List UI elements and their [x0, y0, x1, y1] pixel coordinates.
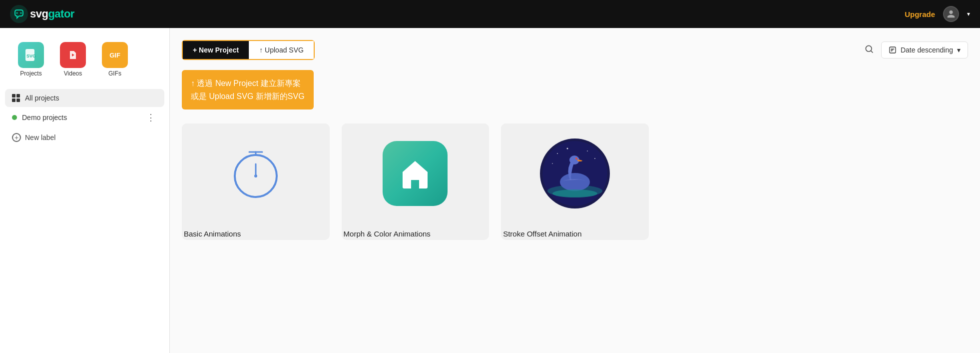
- user-avatar[interactable]: [943, 6, 959, 22]
- home-svg: [398, 156, 433, 191]
- projects-grid: Basic Animations Morph & Color Animation…: [182, 124, 968, 240]
- svg-point-6: [866, 46, 872, 52]
- logo-text: svggator: [30, 8, 74, 20]
- svg-point-28: [552, 190, 597, 198]
- topnav-right: Upgrade ▾: [905, 6, 970, 22]
- sidebar-nav-gifs[interactable]: GIF GIFs: [94, 38, 136, 81]
- project-thumb-swan: [501, 124, 649, 224]
- project-title-basic: Basic Animations: [182, 224, 330, 240]
- search-icon: [864, 44, 874, 54]
- demo-dot-icon: [12, 115, 17, 120]
- user-menu-chevron[interactable]: ▾: [967, 10, 970, 18]
- svg-point-1: [16, 12, 18, 14]
- svg-point-2: [20, 12, 22, 14]
- video-file-icon: [67, 49, 79, 61]
- gifs-nav-icon: GIF: [102, 42, 128, 68]
- new-label-text: New label: [25, 134, 55, 142]
- main-content: + New Project ↑ Upload SVG: [170, 28, 980, 353]
- svg-point-17: [254, 174, 257, 178]
- svg-point-21: [587, 150, 588, 152]
- top-navigation: svggator Upgrade ▾: [0, 0, 980, 28]
- clock-svg: [223, 141, 288, 206]
- project-title-stroke: Stroke Offset Animation: [501, 224, 649, 240]
- svg-point-20: [566, 148, 568, 150]
- new-project-button[interactable]: + New Project: [183, 41, 249, 59]
- project-thumb-home: [342, 124, 490, 224]
- project-thumb-clock: [182, 124, 330, 224]
- svgator-logo-icon: [10, 5, 28, 23]
- sidebar-menu: All projects Demo projects ⋮ + New label: [0, 89, 169, 147]
- svg-text:SVG: SVG: [26, 54, 36, 58]
- projects-nav-icon: SVG: [18, 42, 44, 68]
- sort-label: Date descending: [901, 46, 953, 54]
- user-icon: [947, 10, 956, 18]
- project-card-basic-animations[interactable]: Basic Animations: [182, 124, 330, 240]
- gifs-nav-label: GIFs: [108, 70, 121, 77]
- svg-point-23: [552, 163, 553, 164]
- sidebar: SVG Projects Videos GIF: [0, 28, 170, 353]
- svg-point-27: [575, 158, 577, 160]
- logo: svggator: [10, 5, 74, 23]
- sidebar-nav: SVG Projects Videos GIF: [0, 38, 169, 89]
- sort-dropdown-button[interactable]: Date descending ▾: [881, 42, 968, 58]
- upload-svg-button[interactable]: ↑ Upload SVG: [249, 41, 314, 59]
- demo-projects-menu-button[interactable]: ⋮: [144, 112, 157, 123]
- toolbar: + New Project ↑ Upload SVG: [182, 40, 968, 60]
- swan-icon-container: [540, 138, 610, 208]
- project-card-morph-color[interactable]: Morph & Color Animations: [342, 124, 490, 240]
- sidebar-item-all-projects[interactable]: All projects: [5, 89, 164, 107]
- sidebar-item-new-label[interactable]: + New label: [5, 128, 164, 147]
- home-icon-container: [383, 141, 448, 206]
- videos-nav-label: Videos: [64, 70, 82, 77]
- sidebar-nav-projects[interactable]: SVG Projects: [10, 38, 52, 81]
- swan-svg: [542, 141, 607, 206]
- sort-controls: Date descending ▾: [861, 41, 968, 60]
- all-projects-label: All projects: [25, 94, 59, 102]
- sidebar-nav-videos[interactable]: Videos: [52, 38, 94, 81]
- svg-line-7: [871, 50, 873, 52]
- sidebar-item-demo-projects[interactable]: Demo projects ⋮: [5, 107, 164, 128]
- videos-nav-icon: [60, 42, 86, 68]
- sort-icon: [889, 46, 897, 54]
- grid-icon: [12, 94, 20, 102]
- upgrade-button[interactable]: Upgrade: [905, 10, 935, 18]
- svg-file-icon: SVG: [24, 48, 38, 62]
- toolbar-buttons: + New Project ↑ Upload SVG: [182, 40, 315, 60]
- projects-nav-label: Projects: [20, 70, 41, 77]
- svg-point-0: [10, 5, 28, 23]
- project-card-stroke-offset[interactable]: Stroke Offset Animation: [501, 124, 649, 240]
- search-button[interactable]: [861, 41, 877, 60]
- sort-chevron-icon: ▾: [957, 46, 961, 54]
- demo-projects-label: Demo projects: [22, 114, 67, 122]
- main-layout: SVG Projects Videos GIF: [0, 28, 980, 353]
- project-title-morph: Morph & Color Animations: [342, 224, 490, 240]
- svg-point-25: [560, 173, 590, 191]
- svg-point-22: [594, 158, 595, 159]
- gif-text: GIF: [109, 52, 120, 59]
- plus-circle-icon: +: [12, 133, 21, 142]
- onboarding-tooltip: ↑ 透過 New Project 建立新專案 或是 Upload SVG 新增新…: [182, 70, 314, 110]
- svg-point-19: [557, 153, 558, 154]
- tooltip-text: ↑ 透過 New Project 建立新專案 或是 Upload SVG 新增新…: [191, 79, 305, 100]
